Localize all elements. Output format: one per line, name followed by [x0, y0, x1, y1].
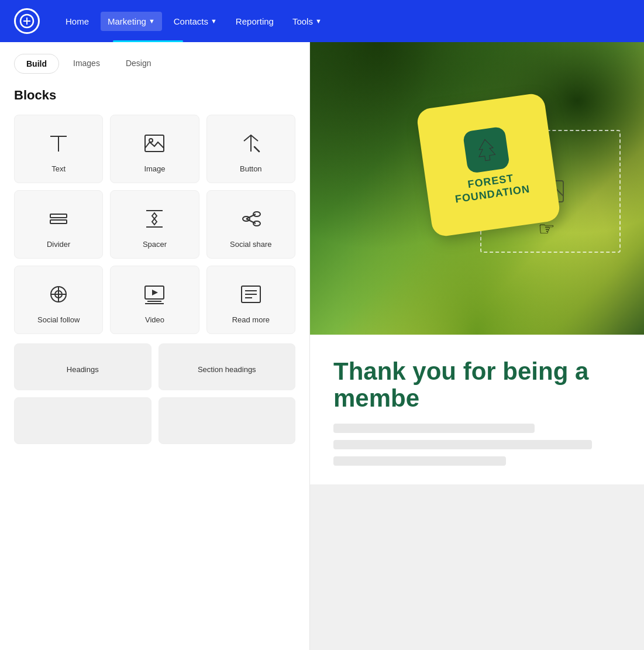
- block-headings-label: Headings: [67, 365, 99, 374]
- block-text-label: Text: [51, 164, 66, 173]
- tab-build[interactable]: Build: [14, 54, 59, 74]
- block-text[interactable]: Text: [14, 115, 103, 183]
- nav-links: Home Marketing ▼ Contacts ▼ Reporting To…: [58, 12, 329, 31]
- svg-rect-7: [50, 220, 67, 223]
- block-spacer-label: Spacer: [143, 240, 167, 249]
- block-read-more-label: Read more: [232, 315, 270, 324]
- block-social-follow-label: Social follow: [37, 315, 80, 324]
- extra-blocks-bottom: [14, 397, 295, 444]
- brand-logo[interactable]: [14, 8, 40, 34]
- blocks-heading: Blocks: [14, 88, 295, 103]
- svg-marker-18: [152, 290, 158, 295]
- block-social-share[interactable]: Social share: [206, 190, 295, 259]
- app-body: Build Images Design Blocks Text: [0, 42, 644, 650]
- thankyou-section: Thank you for being a membe: [310, 335, 644, 484]
- drag-cursor: ☞: [538, 218, 555, 240]
- svg-rect-6: [50, 214, 67, 218]
- marketing-caret-icon: ▼: [149, 18, 155, 25]
- divider-block-icon: [44, 205, 73, 233]
- social-share-block-icon: [237, 205, 265, 233]
- tab-design[interactable]: Design: [114, 54, 163, 74]
- active-nav-underline: [113, 40, 183, 42]
- block-social-follow[interactable]: Social follow: [14, 266, 103, 334]
- sticker-tree-icon: [472, 136, 501, 165]
- navbar-wrapper: Home Marketing ▼ Contacts ▼ Reporting To…: [0, 0, 644, 42]
- nav-marketing[interactable]: Marketing ▼: [101, 12, 162, 31]
- contacts-caret-icon: ▼: [211, 18, 217, 25]
- block-section-headings[interactable]: Section headings: [159, 343, 296, 390]
- left-panel: Build Images Design Blocks Text: [0, 42, 310, 650]
- social-follow-block-icon: [44, 280, 73, 308]
- block-image[interactable]: Image: [110, 115, 199, 183]
- dragged-sticker[interactable]: FOREST FOUNDATION: [416, 92, 561, 238]
- block-button-label: Button: [240, 164, 262, 173]
- block-section-headings-label: Section headings: [198, 365, 256, 374]
- text-block-icon: [44, 129, 73, 157]
- text-placeholder-2: [333, 440, 592, 449]
- block-divider-label: Divider: [47, 240, 70, 249]
- block-read-more[interactable]: Read more: [206, 266, 295, 334]
- text-placeholder-1: [333, 424, 535, 433]
- sticker-logo: [463, 126, 510, 174]
- read-more-block-icon: [237, 280, 265, 308]
- svg-rect-3: [145, 135, 164, 152]
- blocks-section: Blocks Text: [0, 74, 309, 444]
- extra-blocks-row: Headings Section headings: [14, 343, 295, 390]
- right-preview: FOREST FOUNDATION ☞ Thank you for being …: [310, 42, 644, 650]
- button-block-icon: [237, 129, 265, 157]
- sticker-title: FOREST FOUNDATION: [453, 170, 531, 206]
- nav-tools[interactable]: Tools ▼: [285, 12, 329, 31]
- block-image-label: Image: [144, 164, 165, 173]
- block-placeholder-1[interactable]: [14, 397, 151, 444]
- nav-contacts[interactable]: Contacts ▼: [167, 12, 224, 31]
- nav-home[interactable]: Home: [58, 12, 96, 31]
- spacer-block-icon: [140, 205, 168, 233]
- block-placeholder-2[interactable]: [159, 397, 296, 444]
- block-social-share-label: Social share: [230, 240, 272, 249]
- tools-caret-icon: ▼: [315, 18, 322, 25]
- block-video[interactable]: Video: [110, 266, 199, 334]
- block-divider[interactable]: Divider: [14, 190, 103, 259]
- block-headings[interactable]: Headings: [14, 343, 151, 390]
- block-button[interactable]: Button: [206, 115, 295, 183]
- navbar: Home Marketing ▼ Contacts ▼ Reporting To…: [0, 0, 644, 42]
- block-video-label: Video: [145, 315, 164, 324]
- thankyou-title: Thank you for being a membe: [333, 358, 621, 412]
- preview-forest-bg: FOREST FOUNDATION ☞: [310, 42, 644, 335]
- text-placeholder-3: [333, 456, 506, 466]
- blocks-grid: Text Image: [14, 115, 295, 334]
- tab-images[interactable]: Images: [61, 54, 112, 74]
- block-spacer[interactable]: Spacer: [110, 190, 199, 259]
- tab-bar: Build Images Design: [0, 42, 309, 74]
- image-block-icon: [140, 129, 168, 157]
- video-block-icon: [140, 280, 168, 308]
- nav-reporting[interactable]: Reporting: [229, 12, 281, 31]
